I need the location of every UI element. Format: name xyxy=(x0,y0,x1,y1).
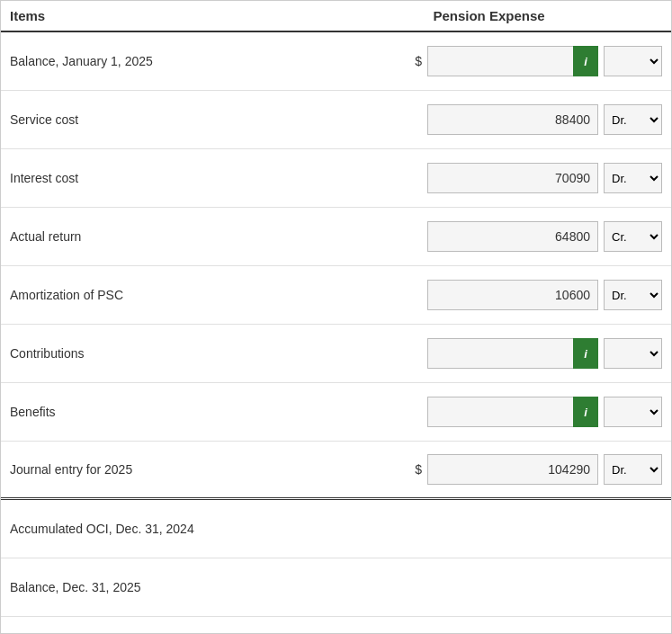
table-row: Service costDr.Cr. xyxy=(1,91,671,149)
num-input-service-cost[interactable] xyxy=(427,104,598,135)
dr-select-benefits[interactable]: Dr.Cr. xyxy=(604,397,662,427)
dr-select-interest-cost[interactable]: Dr.Cr. xyxy=(604,163,662,193)
row-inputs-service-cost: Dr.Cr. xyxy=(307,104,671,135)
table-row: Journal entry for 2025$Dr.Cr. xyxy=(1,442,671,500)
table-row: Amortization of PSCDr.Cr. xyxy=(1,266,671,325)
info-button-contributions[interactable]: i xyxy=(573,338,598,369)
input-wrapper-journal-entry xyxy=(427,454,598,485)
row-label-balance-jan: Balance, January 1, 2025 xyxy=(1,54,307,68)
num-input-amortization-psc[interactable] xyxy=(427,280,598,310)
table-body: Balance, January 1, 2025$iDr.Cr.Service … xyxy=(1,32,671,617)
input-wrapper-interest-cost xyxy=(427,163,598,193)
input-wrapper-benefits: i xyxy=(427,397,598,427)
header-items: Items xyxy=(1,8,307,23)
table-row: ContributionsiDr.Cr. xyxy=(1,325,671,383)
pension-table: Items Pension Expense Balance, January 1… xyxy=(0,0,672,634)
row-inputs-balance-jan: $iDr.Cr. xyxy=(307,46,671,76)
num-input-journal-entry[interactable] xyxy=(427,454,598,485)
table-row: Balance, January 1, 2025$iDr.Cr. xyxy=(1,32,671,91)
dr-select-balance-jan[interactable]: Dr.Cr. xyxy=(604,46,662,76)
row-label-service-cost: Service cost xyxy=(1,112,307,127)
table-header: Items Pension Expense xyxy=(1,1,671,32)
num-input-interest-cost[interactable] xyxy=(427,163,598,193)
row-label-amortization-psc: Amortization of PSC xyxy=(1,288,307,302)
row-inputs-benefits: iDr.Cr. xyxy=(307,397,671,427)
table-row: Accumulated OCI, Dec. 31, 2024 xyxy=(1,500,671,558)
num-input-actual-return[interactable] xyxy=(427,221,598,252)
dr-select-amortization-psc[interactable]: Dr.Cr. xyxy=(604,280,662,310)
row-label-journal-entry: Journal entry for 2025 xyxy=(1,462,307,477)
input-wrapper-balance-jan: i xyxy=(427,46,598,76)
info-button-benefits[interactable]: i xyxy=(573,397,598,427)
row-inputs-journal-entry: $Dr.Cr. xyxy=(307,454,671,485)
row-inputs-contributions: iDr.Cr. xyxy=(307,338,671,369)
table-row: Interest costDr.Cr. xyxy=(1,149,671,208)
row-label-interest-cost: Interest cost xyxy=(1,171,307,185)
input-wrapper-contributions: i xyxy=(427,338,598,369)
dr-select-actual-return[interactable]: Dr.Cr. xyxy=(604,221,662,252)
info-button-balance-jan[interactable]: i xyxy=(573,46,598,76)
header-pension: Pension Expense xyxy=(307,8,671,23)
table-row: Actual returnDr.Cr. xyxy=(1,208,671,266)
row-inputs-actual-return: Dr.Cr. xyxy=(307,221,671,252)
dollar-sign: $ xyxy=(415,54,422,68)
input-wrapper-amortization-psc xyxy=(427,280,598,310)
table-row: Balance, Dec. 31, 2025 xyxy=(1,558,671,617)
dr-select-contributions[interactable]: Dr.Cr. xyxy=(604,338,662,369)
dollar-sign: $ xyxy=(415,462,422,477)
table-row: BenefitsiDr.Cr. xyxy=(1,383,671,442)
row-inputs-amortization-psc: Dr.Cr. xyxy=(307,280,671,310)
row-label-benefits: Benefits xyxy=(1,405,307,419)
input-wrapper-actual-return xyxy=(427,221,598,252)
row-label-actual-return: Actual return xyxy=(1,229,307,244)
input-wrapper-service-cost xyxy=(427,104,598,135)
dr-select-journal-entry[interactable]: Dr.Cr. xyxy=(604,454,662,485)
row-inputs-interest-cost: Dr.Cr. xyxy=(307,163,671,193)
row-label-contributions: Contributions xyxy=(1,346,307,361)
dr-select-service-cost[interactable]: Dr.Cr. xyxy=(604,104,662,135)
row-label-balance-dec: Balance, Dec. 31, 2025 xyxy=(1,580,307,594)
row-label-accumulated-oci: Accumulated OCI, Dec. 31, 2024 xyxy=(1,522,307,536)
